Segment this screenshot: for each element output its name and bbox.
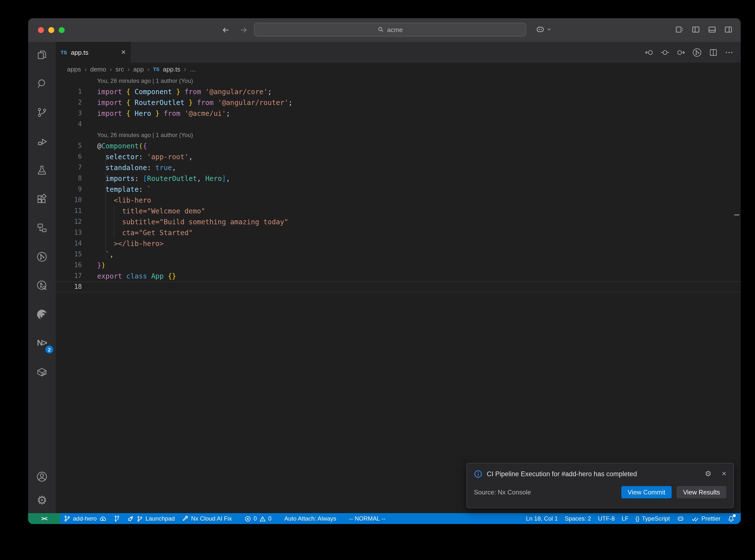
publish-cloud-icon xyxy=(99,515,106,522)
git-graph-circle-icon[interactable] xyxy=(692,47,702,57)
close-window-button[interactable] xyxy=(38,27,44,33)
code-line[interactable]: 3import { Hero } from '@acme/ui'; xyxy=(56,108,741,119)
notification-settings-icon[interactable]: ⚙ xyxy=(705,469,711,478)
settings-gear-icon[interactable]: ⚙ xyxy=(29,489,55,511)
code-line[interactable]: 17export class App {} xyxy=(56,271,741,281)
remote-indicator[interactable]: >< xyxy=(28,513,60,524)
tab-app-ts[interactable]: TS app.ts × xyxy=(56,42,131,63)
testing-icon[interactable] xyxy=(29,157,55,183)
editor[interactable]: You, 26 minutes ago | 1 author (You)1imp… xyxy=(56,75,741,513)
copilot-icon xyxy=(677,515,685,522)
code-line[interactable]: 1import { Component } from '@angular/cor… xyxy=(56,86,741,97)
code-line[interactable]: 18 xyxy=(56,281,741,292)
line-number: 6 xyxy=(56,151,82,162)
breadcrumb-item-app[interactable]: app xyxy=(133,65,144,73)
copilot-status-item[interactable] xyxy=(673,513,688,524)
indent-guide xyxy=(105,151,106,260)
code-line[interactable]: 5@Component({ xyxy=(56,140,741,151)
run-and-debug-icon[interactable] xyxy=(29,128,55,154)
code-line[interactable]: 12 subtitle="Build something amazing tod… xyxy=(56,216,741,227)
code-line[interactable]: 8 imports: [RouterOutlet, Hero], xyxy=(56,173,741,184)
indent-guide xyxy=(114,205,114,238)
customize-layout-icon[interactable] xyxy=(675,25,684,34)
notification-close-icon[interactable]: × xyxy=(722,469,727,478)
vscode-window: acme xyxy=(28,18,741,524)
more-actions-icon[interactable] xyxy=(724,47,734,57)
code-line[interactable]: 2import { RouterOutlet } from '@angular/… xyxy=(56,97,741,108)
breadcrumb-item-demo[interactable]: demo xyxy=(90,65,106,73)
code-line[interactable]: 14 ></lib-hero> xyxy=(56,238,741,249)
minimize-window-button[interactable] xyxy=(48,27,54,33)
formatter-item[interactable]: Prettier xyxy=(688,513,724,524)
auto-attach-item[interactable]: Auto Attach: Always xyxy=(281,513,340,524)
accounts-icon[interactable] xyxy=(29,466,55,487)
extensions-icon[interactable] xyxy=(29,186,55,212)
compare-changes-item[interactable] xyxy=(110,513,124,524)
breadcrumb-item-file[interactable]: app.ts xyxy=(163,65,180,73)
code-line[interactable]: 13 cta="Get Started" xyxy=(56,227,741,238)
encoding-item[interactable]: UTF-8 xyxy=(595,513,618,524)
error-count: 0 xyxy=(254,515,257,522)
source-control-icon[interactable] xyxy=(29,100,55,125)
launchpad-item[interactable]: Launchpad xyxy=(124,513,178,524)
open-changes-icon[interactable] xyxy=(660,47,670,57)
breadcrumb-item-symbol[interactable]: … xyxy=(190,65,196,73)
problems-item[interactable]: 0 0 xyxy=(241,513,275,524)
copilot-menu[interactable] xyxy=(535,24,552,35)
split-editor-icon[interactable] xyxy=(709,47,718,57)
code-line[interactable]: 16}) xyxy=(56,260,741,271)
cursor-position-item[interactable]: Ln 18, Col 1 xyxy=(522,513,561,524)
toggle-panel-icon[interactable] xyxy=(708,25,717,34)
eol-item[interactable]: LF xyxy=(618,513,632,524)
toggle-sidebar-right-icon[interactable] xyxy=(724,25,733,34)
breadcrumb-item-apps[interactable]: apps xyxy=(67,65,81,73)
info-icon xyxy=(474,469,482,478)
editor-group: TS app.ts × apps › demo › src xyxy=(56,42,741,513)
nx-console-icon[interactable]: N> 2 xyxy=(29,330,55,356)
language-mode-item[interactable]: {} TypeScript xyxy=(632,513,673,524)
code-line[interactable]: 15 `, xyxy=(56,249,741,260)
code-line[interactable]: 4 xyxy=(56,119,741,129)
code-line[interactable]: 10 <lib-hero xyxy=(56,195,741,205)
notifications-bell-item[interactable] xyxy=(724,513,741,524)
nav-back-icon[interactable] xyxy=(221,26,230,35)
line-number: 10 xyxy=(56,195,82,205)
line-number: 13 xyxy=(56,227,82,238)
titlebar: acme xyxy=(28,18,741,42)
line-number: 2 xyxy=(56,97,82,108)
indentation-item[interactable]: Spaces: 2 xyxy=(561,513,595,524)
code-line[interactable]: 9 template: ` xyxy=(56,184,741,195)
vim-mode-item[interactable]: -- NORMAL -- xyxy=(346,513,389,524)
blame-annotation: You, 26 minutes ago | 1 author (You) xyxy=(56,75,741,86)
code-lines: You, 26 minutes ago | 1 author (You)1imp… xyxy=(56,75,741,292)
git-graph-icon[interactable] xyxy=(29,244,55,269)
zoom-window-button[interactable] xyxy=(59,27,65,33)
notification-dot xyxy=(733,514,736,517)
explorer-icon[interactable] xyxy=(29,42,55,67)
view-commit-button[interactable]: View Commit xyxy=(621,486,672,498)
branch-status-item[interactable]: add-hero xyxy=(60,513,110,524)
breadcrumb-item-src[interactable]: src xyxy=(115,65,124,73)
edge-tools-icon[interactable] xyxy=(29,301,55,327)
containers-icon[interactable] xyxy=(29,359,55,385)
code-line[interactable]: 6 selector: 'app-root', xyxy=(56,151,741,162)
activity-bar-bottom: ⚙ xyxy=(29,466,55,513)
code-line[interactable]: 11 title="Welcmoe demo" xyxy=(56,205,741,216)
nav-forward-icon[interactable] xyxy=(239,26,248,35)
command-center-search[interactable]: acme xyxy=(254,23,526,37)
tab-close-icon[interactable]: × xyxy=(121,48,126,56)
nx-badge: 2 xyxy=(45,345,53,354)
next-change-icon[interactable] xyxy=(676,47,686,57)
toggle-sidebar-left-icon[interactable] xyxy=(691,25,700,34)
prev-change-icon[interactable] xyxy=(644,47,654,57)
editor-actions xyxy=(644,42,741,63)
org-chart-icon[interactable] xyxy=(29,215,55,241)
code-line[interactable]: 7 standalone: true, xyxy=(56,162,741,173)
view-results-button[interactable]: View Results xyxy=(677,486,727,498)
nx-cloud-ai-fix-item[interactable]: Nx Cloud AI Fix xyxy=(178,513,235,524)
notification-source: Source: Nx Console xyxy=(474,488,531,496)
search-view-icon[interactable] xyxy=(29,71,55,96)
wrench-icon xyxy=(182,515,188,522)
git-search-icon[interactable] xyxy=(29,273,55,298)
notification-toast: CI Pipeline Execution for #add-hero has … xyxy=(466,463,734,508)
